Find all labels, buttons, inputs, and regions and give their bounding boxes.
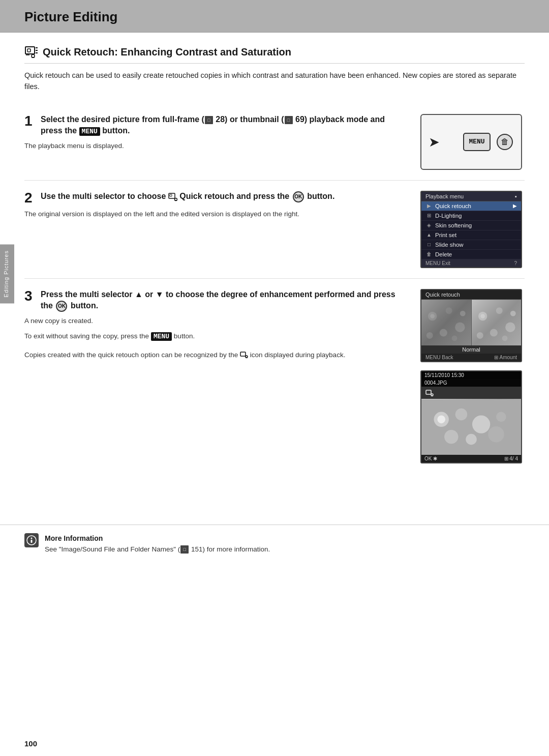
pt-footer-left: OK ✱: [424, 456, 437, 461]
pb-icon-6: 🗑: [425, 251, 433, 257]
step-2-header: 2 Use the multi selector to choose Quick…: [24, 191, 408, 205]
svg-point-5: [32, 54, 35, 57]
qr-footer-left: MENU Back: [425, 355, 453, 360]
qr-title: Quick retouch: [425, 292, 460, 298]
playback-thumb-screen: 15/11/2010 15:30 0004.JPG: [420, 370, 522, 463]
step-3-note-b: To exit without saving the copy, press t…: [24, 331, 408, 342]
pb-item-slideshow: □ Slide show: [421, 240, 521, 250]
svg-rect-32: [421, 399, 521, 454]
svg-point-28: [510, 311, 515, 316]
svg-point-16: [455, 322, 465, 332]
more-info-title: More Information: [45, 534, 270, 542]
svg-point-35: [455, 409, 468, 421]
step-2-visual: Playback menu ▪ ▶ Quick retouch ▶ ⊞ D-Li…: [420, 191, 525, 268]
step-1-content: 1 Select the desired picture from full-f…: [24, 114, 408, 151]
step-1-header: 1 Select the desired picture from full-f…: [24, 114, 408, 137]
pb-label-1: Quick retouch: [435, 203, 471, 209]
qr-image-left: [421, 300, 471, 345]
pb-footer-help: ?: [514, 260, 517, 266]
step-2: 2 Use the multi selector to choose Quick…: [24, 181, 525, 279]
svg-rect-7: [170, 194, 172, 196]
pb-icon-3: ◈: [425, 222, 433, 228]
ok-button-2: OK: [56, 301, 67, 312]
trash-button-visual: 🗑: [497, 134, 513, 150]
page-header: Picture Editing: [0, 0, 549, 33]
svg-rect-0: [25, 47, 35, 54]
svg-point-25: [490, 329, 497, 336]
step-2-instruction: Use the multi selector to choose Quick r…: [41, 191, 334, 202]
pb-header-title: Playback menu: [425, 193, 464, 199]
pb-item-printset: ▲ Print set: [421, 230, 521, 240]
svg-point-24: [505, 322, 515, 332]
page-title: Picture Editing: [24, 9, 525, 25]
svg-rect-43: [31, 540, 33, 543]
svg-point-38: [444, 430, 458, 444]
svg-point-19: [426, 332, 433, 339]
camera-diagram: ➤ MENU 🗑: [420, 114, 522, 170]
more-info-content: More Information See "Image/Sound File a…: [45, 534, 270, 555]
main-content: Quick Retouch: Enhancing Contrast and Sa…: [0, 33, 549, 494]
section-heading: Quick Retouch: Enhancing Contrast and Sa…: [24, 45, 525, 64]
step-3: 3 Press the multi selector ▲ or ▼ to cho…: [24, 279, 525, 474]
svg-point-17: [440, 329, 447, 336]
svg-point-26: [502, 335, 507, 341]
step-3-visual: Quick retouch: [420, 289, 525, 463]
pt-date: 15/11/2010 15:30: [424, 372, 464, 378]
pb-footer: MENU Exit ?: [421, 259, 521, 267]
pb-icon-5: □: [425, 242, 433, 247]
book-icon-1: □: [205, 116, 213, 124]
page-footer: More Information See "Image/Sound File a…: [0, 525, 549, 561]
step-1: 1 Select the desired picture from full-f…: [24, 104, 525, 181]
svg-point-23: [496, 307, 502, 314]
step-2-content: 2 Use the multi selector to choose Quick…: [24, 191, 408, 219]
qr-image-area: [421, 300, 521, 345]
pb-label-2: D-Lighting: [435, 213, 462, 219]
intro-text: Quick retouch can be used to easily crea…: [24, 70, 525, 93]
pb-label-5: Slide show: [435, 242, 464, 248]
ok-button: OK: [293, 191, 304, 202]
section-title: Quick Retouch: Enhancing Contrast and Sa…: [43, 46, 291, 58]
step-3-header: 3 Press the multi selector ▲ or ▼ to cho…: [24, 289, 408, 312]
svg-point-37: [496, 412, 506, 422]
pb-icon-2: ⊞: [425, 213, 433, 218]
qr-image-right: [471, 300, 522, 345]
svg-point-34: [437, 415, 445, 423]
menu-button-visual: MENU: [463, 133, 491, 151]
svg-rect-1: [27, 49, 30, 52]
pb-label-6: Delete: [435, 251, 452, 257]
book-icon-footer: □: [180, 545, 189, 554]
book-icon-2: □: [285, 116, 293, 124]
svg-point-18: [452, 335, 458, 341]
step-3-instruction: Press the multi selector ▲ or ▼ to choos…: [41, 289, 408, 312]
qr-header: Quick retouch: [421, 290, 521, 300]
step-3-content: 3 Press the multi selector ▲ or ▼ to cho…: [24, 289, 408, 365]
svg-point-40: [488, 426, 504, 442]
additional-note: Copies created with the quick retouch op…: [24, 342, 408, 365]
svg-point-15: [446, 307, 452, 314]
menu-key-1: MENU: [79, 127, 100, 136]
pb-item-skin: ◈ Skin softening: [421, 221, 521, 230]
qr-footer-right: ⊞ Amount: [494, 355, 517, 360]
step-2-note: The original version is displayed on the…: [24, 209, 408, 219]
pb-arrow-1: ▶: [513, 203, 517, 209]
svg-rect-29: [426, 390, 431, 394]
pb-item-quick-retouch: ▶ Quick retouch ▶: [421, 201, 521, 211]
page-number: 100: [24, 739, 37, 748]
svg-point-14: [430, 314, 435, 318]
pb-label-3: Skin softening: [435, 222, 472, 228]
svg-point-22: [480, 314, 485, 318]
pb-item-delete: 🗑 Delete: [421, 250, 521, 259]
quick-retouch-label: Quick retouch: [179, 192, 234, 200]
pb-label-4: Print set: [435, 232, 456, 238]
step-1-number: 1: [24, 114, 36, 128]
pt-image: [421, 399, 521, 455]
svg-point-36: [472, 415, 490, 433]
svg-point-27: [476, 332, 483, 339]
pb-icon-4: ▲: [425, 232, 433, 238]
pb-header-icon: ▪: [515, 193, 517, 199]
pt-filename: 0004.JPG: [424, 380, 447, 386]
step-1-visual: ➤ MENU 🗑: [420, 114, 525, 170]
quick-retouch-screen: Quick retouch: [420, 289, 522, 362]
pb-icon-1: ▶: [425, 203, 433, 209]
step-2-number: 2: [24, 191, 36, 205]
